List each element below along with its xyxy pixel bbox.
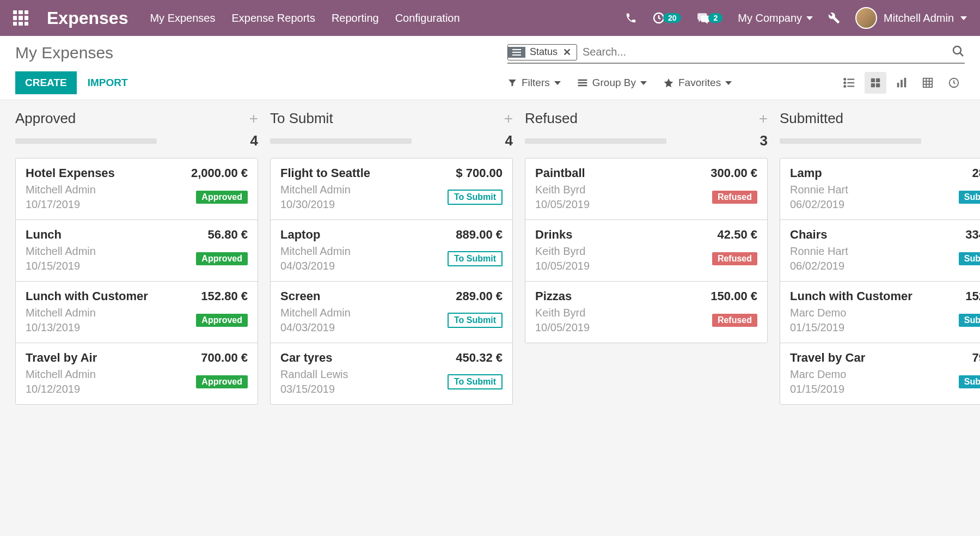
status-badge: Approved [196,375,248,388]
card-title: Drinks [535,228,572,242]
view-pivot-button[interactable] [917,72,939,94]
search-box[interactable]: Status ✕ [507,44,965,64]
nav-link-reporting[interactable]: Reporting [332,12,379,25]
apps-menu-icon[interactable] [13,10,28,26]
expense-card[interactable]: Lunch56.80 €Mitchell Admin10/15/2019Appr… [16,220,258,282]
expense-card[interactable]: Hotel Expenses2,000.00 €Mitchell Admin10… [16,159,258,220]
card-title: Lunch [26,228,62,242]
nav-link-expense-reports[interactable]: Expense Reports [231,12,315,25]
group-by-button[interactable]: Group By [577,77,647,89]
card-person: Mitchell Admin [280,184,351,196]
debug-icon[interactable] [828,12,840,24]
card-title: Chairs [790,228,827,242]
card-amount: 334.50 € [965,228,980,242]
column-progress-bar [15,138,157,144]
column-add-button[interactable]: + [249,111,258,126]
card-date: 10/05/2019 [535,198,590,211]
close-icon[interactable]: ✕ [562,45,577,60]
card-stack: Lamp28.99 €Ronnie Hart06/02/2019Submitte… [780,158,980,405]
filter-chip-status[interactable]: Status ✕ [507,44,577,60]
card-amount: 28.99 € [972,166,980,180]
card-stack: Flight to Seattle$ 700.00Mitchell Admin1… [270,158,513,405]
search-icon[interactable] [952,45,965,60]
svg-rect-12 [871,78,875,82]
svg-line-2 [960,53,963,56]
expense-card[interactable]: Flight to Seattle$ 700.00Mitchell Admin1… [271,159,512,220]
filters-button[interactable]: Filters [507,77,561,89]
column-title[interactable]: Submitted [780,110,843,127]
user-menu[interactable]: Mitchell Admin [855,7,967,29]
card-person: Ronnie Hart [790,184,848,196]
expense-card[interactable]: Lunch with Customer152.80 €Marc Demo01/1… [780,282,980,343]
status-badge: To Submit [448,374,503,389]
company-selector[interactable]: My Company [738,12,813,25]
card-date: 10/30/2019 [280,198,351,211]
card-amount: 700.00 € [201,351,248,365]
expense-card[interactable]: Travel by Air700.00 €Mitchell Admin10/12… [16,343,258,404]
card-date: 10/15/2019 [26,260,96,272]
column-add-button[interactable]: + [759,111,768,126]
expense-card[interactable]: Laptop889.00 €Mitchell Admin04/03/2019To… [271,220,512,282]
chip-label: Status [525,45,562,59]
column-progress-bar [780,138,921,144]
view-graph-button[interactable] [891,72,912,94]
view-kanban-button[interactable] [865,72,886,94]
expense-card[interactable]: Lunch with Customer152.80 €Mitchell Admi… [16,282,258,343]
control-bar: My Expenses Status ✕ CREATE IMPORT [0,36,980,100]
view-list-button[interactable] [838,72,860,94]
status-badge: Approved [196,191,248,204]
card-person: Keith Byrd [535,184,590,196]
column-count: 4 [505,132,513,149]
column-title[interactable]: To Submit [270,110,333,127]
svg-point-11 [844,86,846,87]
svg-rect-19 [923,78,933,88]
expense-card[interactable]: Pizzas150.00 €Keith Byrd10/05/2019Refuse… [525,282,767,343]
create-button[interactable]: CREATE [15,71,77,94]
card-date: 01/15/2019 [790,383,846,395]
nav-link-configuration[interactable]: Configuration [395,12,460,25]
chevron-down-icon [725,81,732,85]
column-count: 4 [250,132,258,149]
card-amount: 42.50 € [718,228,757,242]
expense-card[interactable]: Paintball300.00 €Keith Byrd10/05/2019Ref… [525,159,767,220]
app-brand[interactable]: Expenses [47,8,128,28]
view-activity-button[interactable] [943,72,965,94]
card-title: Travel by Air [26,351,97,365]
expense-card[interactable]: Travel by Car79.04 €Marc Demo01/15/2019S… [780,343,980,404]
expense-card[interactable]: Car tyres450.32 €Randall Lewis03/15/2019… [271,343,512,404]
card-title: Hotel Expenses [26,166,115,180]
status-badge: Submitted [959,375,980,388]
column-title[interactable]: Refused [525,110,578,127]
expense-card[interactable]: Screen289.00 €Mitchell Admin04/03/2019To… [271,282,512,343]
svg-rect-18 [904,78,906,87]
column-progress-bar [525,138,666,144]
search-input[interactable] [577,44,952,60]
card-title: Flight to Seattle [280,166,370,180]
chat-icon[interactable]: 2 [696,11,722,25]
svg-rect-15 [876,83,880,87]
expense-card[interactable]: Chairs334.50 €Ronnie Hart06/02/2019Submi… [780,220,980,282]
card-title: Laptop [280,228,320,242]
column-title[interactable]: Approved [15,110,76,127]
nav-link-my-expenses[interactable]: My Expenses [150,12,215,25]
phone-icon[interactable] [625,12,637,24]
card-amount: 152.80 € [965,289,980,303]
card-amount: 300.00 € [710,166,757,180]
company-name: My Company [738,12,802,25]
card-title: Screen [280,289,320,303]
import-button[interactable]: IMPORT [88,77,128,89]
expense-card[interactable]: Drinks42.50 €Keith Byrd10/05/2019Refused [525,220,767,282]
card-title: Car tyres [280,351,332,365]
activity-icon[interactable]: 20 [652,11,682,25]
column-add-button[interactable]: + [504,111,513,126]
funnel-icon [507,78,517,88]
kanban-column: Approved+4Hotel Expenses2,000.00 €Mitche… [15,110,258,405]
expense-card[interactable]: Lamp28.99 €Ronnie Hart06/02/2019Submitte… [780,159,980,220]
card-title: Paintball [535,166,585,180]
card-person: Mitchell Admin [26,307,96,319]
card-date: 06/02/2019 [790,198,848,211]
status-badge: Submitted [959,191,980,204]
user-name: Mitchell Admin [884,12,954,25]
favorites-button[interactable]: Favorites [663,77,732,89]
status-badge: Refused [712,191,757,204]
